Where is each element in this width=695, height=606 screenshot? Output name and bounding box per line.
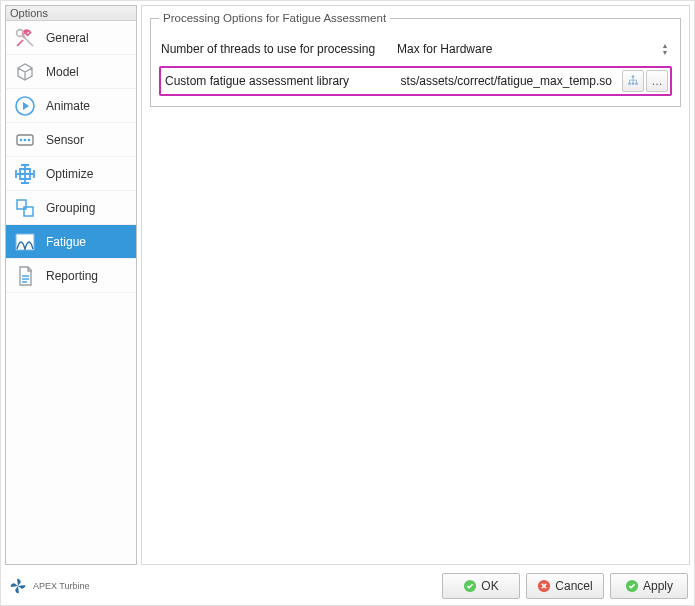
sidebar-item-label: Reporting: [46, 269, 98, 283]
animate-icon: [12, 93, 38, 119]
sidebar-item-label: Fatigue: [46, 235, 86, 249]
ok-button[interactable]: OK: [442, 573, 520, 599]
sidebar-item-general[interactable]: General: [6, 21, 136, 55]
sidebar-item-reporting[interactable]: Reporting: [6, 259, 136, 293]
apex-turbine-icon: [7, 575, 29, 597]
check-icon: [463, 579, 477, 593]
sidebar-item-model[interactable]: Model: [6, 55, 136, 89]
library-label: Custom fatigue assessment library: [163, 74, 391, 88]
sidebar-title: Options: [6, 6, 136, 21]
sidebar-item-sensor[interactable]: Sensor: [6, 123, 136, 157]
model-icon: [12, 59, 38, 85]
svg-point-9: [632, 75, 635, 78]
group-legend: Processing Options for Fatigue Assessmen…: [159, 12, 390, 24]
brand-logo: APEX Turbine: [7, 575, 90, 597]
fatigue-options-group: Processing Options for Fatigue Assessmen…: [150, 12, 681, 107]
tree-icon: [626, 74, 640, 88]
svg-point-5: [28, 138, 31, 141]
sidebar-item-label: Optimize: [46, 167, 93, 181]
library-row: Custom fatigue assessment library …: [159, 66, 672, 96]
threads-spinner[interactable]: ▲ ▼: [658, 43, 672, 56]
sidebar-item-label: General: [46, 31, 89, 45]
fatigue-icon: [12, 229, 38, 255]
cross-icon: [537, 579, 551, 593]
library-browse-button[interactable]: …: [646, 70, 668, 92]
threads-label: Number of threads to use for processing: [159, 42, 387, 56]
sidebar-item-label: Animate: [46, 99, 90, 113]
svg-point-3: [20, 138, 23, 141]
options-dialog: Options General Model Animate: [0, 0, 695, 606]
content-panel: Processing Options for Fatigue Assessmen…: [141, 5, 690, 565]
svg-point-4: [24, 138, 27, 141]
dialog-footer: APEX Turbine OK Cancel Apply: [1, 569, 694, 605]
svg-point-10: [628, 82, 631, 85]
apply-button[interactable]: Apply: [610, 573, 688, 599]
ok-label: OK: [481, 579, 498, 593]
library-tree-button[interactable]: [622, 70, 644, 92]
reporting-icon: [12, 263, 38, 289]
svg-point-12: [635, 82, 638, 85]
sidebar-item-animate[interactable]: Animate: [6, 89, 136, 123]
sidebar-item-optimize[interactable]: Optimize: [6, 157, 136, 191]
optimize-icon: [12, 161, 38, 187]
sidebar-item-fatigue[interactable]: Fatigue: [6, 225, 136, 259]
spinner-up-icon[interactable]: ▲: [658, 43, 672, 49]
sidebar-item-label: Sensor: [46, 133, 84, 147]
sidebar: Options General Model Animate: [5, 5, 137, 565]
check-icon: [625, 579, 639, 593]
threads-row: Number of threads to use for processing …: [159, 36, 672, 62]
sidebar-item-label: Grouping: [46, 201, 95, 215]
sensor-icon: [12, 127, 38, 153]
sidebar-item-grouping[interactable]: Grouping: [6, 191, 136, 225]
general-icon: [12, 25, 38, 51]
cancel-label: Cancel: [555, 579, 592, 593]
apply-label: Apply: [643, 579, 673, 593]
library-input[interactable]: [397, 70, 616, 92]
cancel-button[interactable]: Cancel: [526, 573, 604, 599]
brand-text: APEX Turbine: [33, 581, 90, 591]
ellipsis-icon: …: [652, 75, 663, 87]
main-row: Options General Model Animate: [1, 1, 694, 569]
sidebar-item-label: Model: [46, 65, 79, 79]
svg-point-11: [632, 82, 635, 85]
spinner-down-icon[interactable]: ▼: [658, 50, 672, 56]
grouping-icon: [12, 195, 38, 221]
library-row-buttons: …: [622, 70, 668, 92]
threads-value[interactable]: Max for Hardware: [393, 38, 652, 60]
